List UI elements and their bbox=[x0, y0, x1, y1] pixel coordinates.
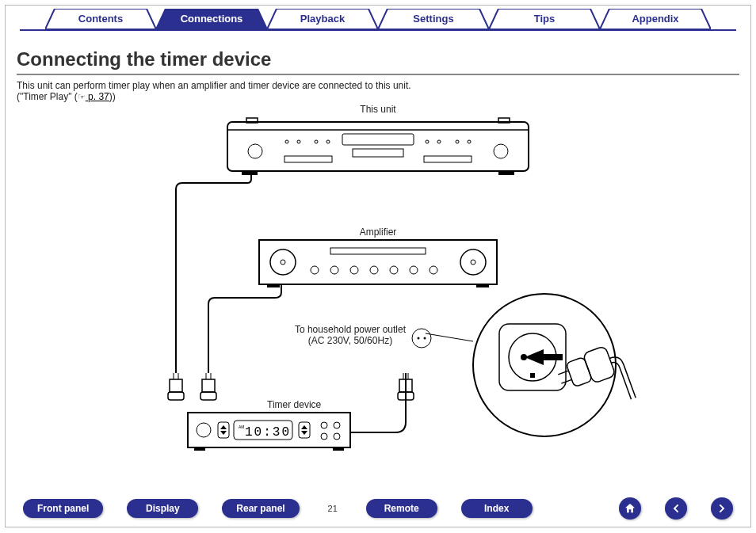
svg-point-71 bbox=[473, 294, 616, 436]
svg-rect-26 bbox=[353, 149, 403, 157]
page-number: 21 bbox=[323, 504, 342, 513]
label-timer-device: Timer device bbox=[267, 399, 362, 410]
nav-front-panel[interactable]: Front panel bbox=[23, 499, 103, 518]
label-outlet-l2: (AC 230V, 50/60Hz) bbox=[308, 335, 392, 346]
intro-ref-suffix: )) bbox=[109, 91, 116, 102]
svg-point-45 bbox=[471, 260, 475, 265]
svg-rect-54 bbox=[267, 284, 280, 287]
tab-label: Appendix bbox=[632, 13, 678, 25]
tab-contents[interactable]: Contents bbox=[45, 9, 156, 29]
svg-point-48 bbox=[330, 266, 338, 274]
svg-point-42 bbox=[270, 249, 296, 275]
top-tabs: Contents Connections Playback Settings T… bbox=[13, 9, 743, 34]
next-button[interactable] bbox=[711, 497, 733, 520]
svg-line-79 bbox=[558, 371, 568, 375]
tab-label: Connections bbox=[181, 13, 243, 25]
svg-point-52 bbox=[410, 266, 418, 274]
tab-connections[interactable]: Connections bbox=[156, 9, 267, 29]
svg-marker-59 bbox=[220, 425, 227, 429]
svg-rect-39 bbox=[242, 171, 258, 175]
svg-rect-12 bbox=[202, 379, 215, 392]
nav-display[interactable]: Display bbox=[127, 499, 198, 518]
svg-rect-69 bbox=[194, 447, 205, 451]
svg-marker-64 bbox=[301, 431, 307, 435]
svg-point-44 bbox=[460, 249, 486, 275]
label-this-unit: This unit bbox=[338, 104, 418, 115]
svg-point-27 bbox=[248, 144, 262, 158]
svg-rect-70 bbox=[333, 447, 344, 451]
tab-label: Settings bbox=[413, 13, 453, 25]
tab-label: Tips bbox=[534, 13, 556, 25]
svg-point-49 bbox=[350, 266, 358, 274]
pointer-icon: ☞ bbox=[78, 92, 86, 101]
svg-rect-46 bbox=[330, 248, 426, 254]
tabs-underline bbox=[20, 29, 736, 31]
arrow-right-icon bbox=[716, 502, 728, 515]
connection-diagram: This unit Amplifier To household power o… bbox=[77, 104, 679, 464]
svg-rect-40 bbox=[498, 171, 514, 175]
svg-point-31 bbox=[315, 140, 318, 143]
label-amplifier: Amplifier bbox=[338, 227, 418, 238]
home-button[interactable] bbox=[619, 497, 641, 520]
tab-label: Playback bbox=[300, 13, 345, 25]
timer-ampm: AM bbox=[239, 424, 245, 429]
svg-point-50 bbox=[370, 266, 378, 274]
bottom-nav: Front panel Display Rear panel 21 Remote… bbox=[6, 497, 750, 520]
label-outlet: To household power outlet (AC 230V, 50/6… bbox=[267, 324, 433, 346]
tab-appendix[interactable]: Appendix bbox=[600, 9, 711, 29]
svg-rect-55 bbox=[476, 284, 489, 287]
svg-point-43 bbox=[281, 260, 285, 265]
prev-button[interactable] bbox=[665, 497, 687, 520]
svg-rect-25 bbox=[342, 134, 414, 145]
svg-rect-77 bbox=[530, 373, 535, 378]
nav-index[interactable]: Index bbox=[461, 499, 533, 518]
svg-point-32 bbox=[326, 140, 330, 143]
svg-line-80 bbox=[561, 379, 571, 383]
svg-point-57 bbox=[197, 423, 211, 437]
tab-settings[interactable]: Settings bbox=[378, 9, 489, 29]
svg-point-53 bbox=[430, 266, 437, 274]
svg-point-67 bbox=[321, 433, 327, 440]
svg-point-36 bbox=[468, 140, 471, 143]
svg-marker-63 bbox=[301, 425, 307, 429]
svg-rect-82 bbox=[582, 345, 616, 383]
nav-remote[interactable]: Remote bbox=[366, 499, 437, 518]
svg-rect-8 bbox=[170, 379, 182, 392]
svg-point-47 bbox=[311, 266, 319, 274]
svg-rect-41 bbox=[259, 240, 497, 284]
home-icon bbox=[624, 502, 636, 515]
label-outlet-l1: To household power outlet bbox=[295, 324, 406, 335]
svg-point-34 bbox=[437, 140, 441, 143]
svg-point-66 bbox=[334, 422, 340, 428]
svg-marker-78 bbox=[525, 349, 563, 365]
svg-point-35 bbox=[456, 140, 459, 143]
intro-line1: This unit can perform timer play when an… bbox=[17, 80, 411, 91]
diagram-svg: .st{stroke:#000;stroke-width:2;fill:none… bbox=[77, 104, 679, 464]
svg-rect-37 bbox=[284, 156, 332, 162]
svg-point-68 bbox=[334, 433, 340, 440]
svg-rect-58 bbox=[218, 422, 229, 438]
svg-point-33 bbox=[426, 140, 429, 143]
intro-text: This unit can perform timer play when an… bbox=[17, 80, 739, 102]
svg-rect-9 bbox=[168, 392, 184, 400]
svg-marker-60 bbox=[220, 431, 227, 435]
timer-display: 10:30 bbox=[245, 425, 291, 440]
svg-point-30 bbox=[297, 140, 300, 143]
nav-rear-panel[interactable]: Rear panel bbox=[222, 499, 299, 518]
svg-rect-38 bbox=[424, 156, 472, 162]
svg-point-28 bbox=[494, 144, 508, 158]
svg-point-51 bbox=[390, 266, 398, 274]
intro-ref-prefix: ("Timer Play" ( bbox=[17, 91, 78, 102]
svg-point-29 bbox=[285, 140, 288, 143]
svg-rect-81 bbox=[566, 356, 592, 386]
page-frame: Contents Connections Playback Settings T… bbox=[5, 5, 751, 527]
tab-label: Contents bbox=[78, 13, 123, 25]
page-title: Connecting the timer device bbox=[17, 48, 739, 75]
svg-point-65 bbox=[321, 422, 327, 428]
tab-playback[interactable]: Playback bbox=[267, 9, 378, 29]
svg-rect-62 bbox=[299, 422, 310, 438]
intro-ref-link[interactable]: p. 37 bbox=[86, 91, 109, 102]
tab-tips[interactable]: Tips bbox=[489, 9, 600, 29]
svg-rect-13 bbox=[200, 392, 216, 400]
arrow-left-icon bbox=[670, 502, 682, 515]
